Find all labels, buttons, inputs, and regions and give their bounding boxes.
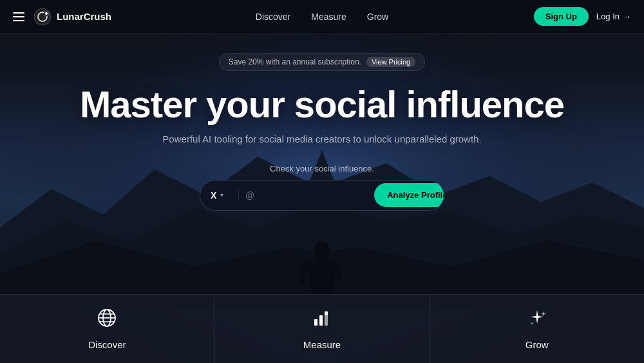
bottom-card-discover[interactable]: Discover [0, 294, 215, 363]
x-platform-icon: X [211, 190, 216, 201]
chevron-down-icon: ▾ [220, 191, 223, 199]
grow-card-label: Grow [526, 339, 549, 350]
logo-text: LunarCrush [57, 11, 111, 22]
nav-link-measure[interactable]: Measure [311, 12, 346, 22]
hero-title: Master your social influence [80, 85, 564, 124]
at-symbol: @ [239, 190, 258, 201]
login-arrow-icon: → [623, 12, 631, 21]
sparkle-icon [527, 308, 547, 333]
svg-point-6 [34, 8, 51, 25]
platform-selector[interactable]: X ▾ [200, 190, 239, 201]
main-content: Save 20% with an annual subscription. Vi… [0, 34, 644, 211]
logo[interactable]: LunarCrush [33, 8, 111, 26]
measure-card-label: Measure [303, 339, 341, 350]
bottom-cards: Discover Measure Grow [0, 294, 644, 363]
promo-text: Save 20% with an annual subscription. [229, 57, 361, 66]
bottom-card-measure[interactable]: Measure [215, 294, 430, 363]
nav-links: Discover Measure Grow [256, 12, 388, 22]
logo-icon [33, 8, 52, 26]
discover-card-label: Discover [88, 339, 126, 350]
nav-left: LunarCrush [13, 8, 111, 26]
promo-banner: Save 20% with an annual subscription. Vi… [219, 53, 425, 71]
hamburger-menu[interactable] [13, 12, 24, 21]
chart-bar-icon [312, 308, 332, 333]
bottom-card-grow[interactable]: Grow [430, 294, 644, 363]
analyze-profile-button[interactable]: Analyze Profile [374, 183, 444, 207]
globe-icon [97, 308, 117, 333]
signup-button[interactable]: Sign Up [534, 7, 589, 26]
login-button[interactable]: Log In → [596, 12, 631, 21]
search-input[interactable] [258, 190, 372, 200]
nav-right: Sign Up Log In → [534, 7, 631, 26]
nav-link-discover[interactable]: Discover [256, 12, 290, 22]
svg-rect-16 [319, 315, 323, 326]
nav-link-grow[interactable]: Grow [367, 12, 388, 22]
navbar: LunarCrush Discover Measure Grow Sign Up… [0, 0, 644, 34]
search-label: Check your social influence. [270, 164, 374, 173]
svg-point-9 [45, 12, 48, 15]
svg-rect-15 [314, 319, 317, 326]
hero-subtitle: Powerful AI tooling for social media cre… [162, 133, 481, 144]
promo-link[interactable]: View Pricing [366, 57, 415, 67]
search-bar: X ▾ @ Analyze Profile [200, 180, 444, 211]
svg-rect-18 [325, 311, 328, 315]
